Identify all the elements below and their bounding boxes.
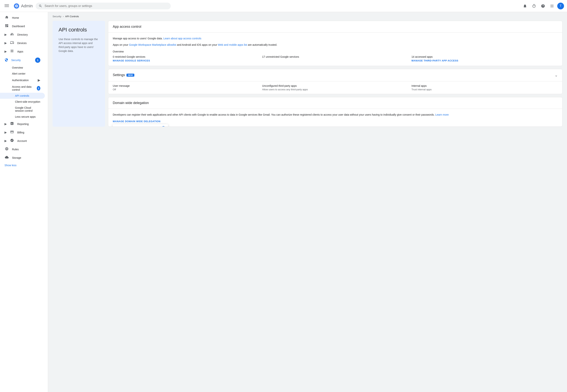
learn-about-access-link[interactable]: Learn about app access controls — [164, 37, 201, 40]
sidebar-sub-authentication-label: Authentication — [12, 79, 29, 82]
settings-title: Settings — [113, 73, 125, 77]
search-bar[interactable] — [36, 3, 171, 9]
app-access-card: App access control Manage app access to … — [108, 21, 563, 66]
dashboard-icon — [4, 24, 9, 28]
sidebar-sub-google-cloud[interactable]: Google Cloud session control — [0, 105, 45, 114]
sidebar-sub-api-controls[interactable]: API controls — [0, 93, 45, 99]
domain-card-body: Developers can register their web applic… — [108, 109, 562, 126]
apps-icon — [10, 49, 14, 54]
svg-rect-1 — [4, 5, 9, 6]
sidebar-item-reporting-label: Reporting — [17, 123, 29, 126]
billing-icon — [10, 130, 14, 135]
topbar: Admin T — [0, 0, 567, 12]
show-less-button[interactable]: Show less — [0, 162, 48, 169]
grid-icon — [550, 4, 554, 8]
manage-domain-delegation-link[interactable]: MANAGE DOMAIN WIDE DELEGATION — [113, 120, 160, 123]
sidebar-sub-access-data[interactable]: Access and data control 2 — [0, 84, 45, 93]
sidebar-item-billing[interactable]: ▶ Billing — [0, 128, 45, 137]
logo[interactable]: Admin — [14, 3, 33, 9]
help-button[interactable] — [539, 2, 547, 10]
user-message-setting: User message Off — [113, 84, 259, 91]
settings-title-area: Settings NEW — [113, 73, 134, 77]
sidebar-sub-overview[interactable]: Overview — [0, 65, 45, 71]
domain-card-header: Domain wide delegation — [108, 97, 562, 109]
sidebar-item-apps[interactable]: ▶ Apps — [0, 47, 45, 56]
sidebar-sub-less-secure[interactable]: Less secure apps — [0, 114, 45, 120]
reporting-chevron: ▶ — [4, 122, 7, 126]
breadcrumb: Security › API Controls — [53, 15, 563, 18]
search-icon — [39, 4, 42, 8]
unconfigured-value: Allow users to access any third-party ap… — [262, 88, 408, 91]
overview-label: Overview — [113, 50, 558, 53]
menu-icon[interactable] — [3, 2, 11, 10]
sidebar-item-home-label: Home — [12, 16, 19, 19]
accessed-stat: 14 accessed apps MANAGE THIRD-PARTY APP … — [411, 55, 558, 62]
sidebar-item-storage[interactable]: Storage — [0, 154, 45, 162]
page-title-card: API controls Use these controls to manag… — [53, 21, 105, 127]
avatar[interactable]: T — [557, 3, 564, 9]
unconfigured-setting: Unconfigured third-party apps Allow user… — [262, 84, 408, 91]
sidebar-item-devices[interactable]: ▶ Devices — [0, 39, 45, 47]
home-icon — [4, 15, 9, 20]
timer-icon — [532, 4, 536, 8]
sidebar-item-storage-label: Storage — [12, 156, 21, 159]
sidebar: Home Dashboard ▶ Directory ▶ Devices ▶ — [0, 12, 48, 392]
sidebar-item-rules[interactable]: Rules — [0, 145, 45, 154]
authentication-chevron: ▶ — [38, 78, 40, 82]
sidebar-item-home[interactable]: Home — [0, 14, 45, 22]
internal-apps-setting: Internal apps Trust internal apps — [411, 84, 558, 91]
sidebar-item-dashboard[interactable]: Dashboard — [0, 22, 45, 30]
pre-marketplace-text: Apps on your — [113, 43, 129, 46]
directory-chevron: ▶ — [4, 33, 7, 36]
unrestricted-value: 17 unrestricted Google services — [262, 55, 408, 58]
help-icon — [541, 4, 545, 8]
app-access-title: App access control — [113, 25, 141, 29]
breadcrumb-parent[interactable]: Security — [53, 15, 61, 18]
manage-delegation-popup-item[interactable]: MANAGE DOMAIN WIDE DELEGATION 3 — [113, 124, 168, 127]
security-badge: 1 — [35, 57, 40, 63]
sidebar-sub-alert-center-label: Alert center — [12, 72, 26, 75]
domain-delegation-card: Domain wide delegation Developers can re… — [108, 97, 563, 127]
sidebar-sub-authentication[interactable]: Authentication ▶ — [0, 77, 45, 84]
google-logo-icon — [14, 3, 19, 9]
sidebar-sub-client-encryption[interactable]: Client-side encryption — [0, 99, 45, 105]
account-chevron: ▶ — [4, 139, 7, 143]
sidebar-item-devices-label: Devices — [17, 42, 27, 45]
restricted-stat: 0 restricted Google services MANAGE GOOG… — [113, 55, 259, 62]
sidebar-item-directory-label: Directory — [17, 33, 28, 36]
sidebar-sub-less-secure-label: Less secure apps — [15, 115, 36, 118]
sidebar-item-reporting[interactable]: ▶ Reporting — [0, 120, 45, 128]
breadcrumb-separator: › — [63, 15, 64, 18]
sidebar-item-dashboard-label: Dashboard — [12, 25, 25, 28]
user-message-label: User message — [113, 84, 259, 87]
manage-third-party-link[interactable]: MANAGE THIRD-PARTY APP ACCESS — [411, 59, 458, 62]
delegation-badge: 3 — [161, 126, 166, 127]
manage-google-services-link[interactable]: MANAGE GOOGLE SERVICES — [113, 59, 150, 62]
sidebar-sub-api-controls-label: API controls — [15, 94, 29, 97]
rules-icon — [4, 147, 9, 152]
overview-grid: 0 restricted Google services MANAGE GOOG… — [113, 55, 558, 62]
manage-delegation-container: MANAGE DOMAIN WIDE DELEGATION MANAGE DOM… — [113, 120, 558, 123]
security-icon — [4, 58, 8, 62]
marketplace-link[interactable]: Google Workspace Marketplace allowlist — [129, 43, 176, 46]
mobile-apps-link[interactable]: Web and mobile apps list — [218, 43, 247, 46]
manage-delegation-popup: MANAGE DOMAIN WIDE DELEGATION 3 — [113, 124, 168, 127]
grid-button[interactable] — [548, 2, 556, 10]
sidebar-sub-google-cloud-label: Google Cloud session control — [15, 106, 40, 112]
sidebar-sub-alert-center[interactable]: Alert center — [0, 71, 45, 77]
notifications-button[interactable] — [521, 2, 529, 10]
marketplace-info: Apps on your Google Workspace Marketplac… — [113, 43, 558, 47]
domain-learn-more-link[interactable]: Learn more — [435, 113, 449, 116]
apps-chevron: ▶ — [4, 50, 7, 53]
settings-collapse-icon[interactable]: ⌄ — [555, 73, 558, 77]
search-input[interactable] — [45, 4, 168, 8]
page-description: Use these controls to manage the API acc… — [59, 37, 99, 53]
domain-card-title: Domain wide delegation — [113, 101, 149, 105]
logo-text: Admin — [21, 3, 33, 8]
sidebar-item-account[interactable]: ▶ Account — [0, 137, 45, 145]
timer-button[interactable] — [530, 2, 538, 10]
domain-desc-text: Developers can register their web applic… — [113, 113, 434, 116]
sidebar-item-rules-label: Rules — [12, 148, 19, 151]
sidebar-item-security[interactable]: Security 1 — [0, 56, 45, 65]
sidebar-item-directory[interactable]: ▶ Directory — [0, 30, 45, 39]
